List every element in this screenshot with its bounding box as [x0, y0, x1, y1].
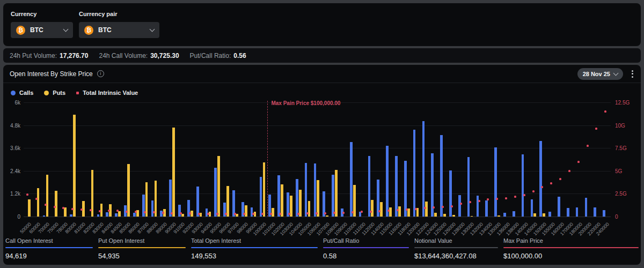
- put-bar: [281, 184, 283, 217]
- intrinsic-value-dot: [243, 213, 245, 215]
- volume-stat-value: 30,725.30: [150, 52, 179, 59]
- call-bar: [449, 170, 452, 217]
- volume-stat-value: 17,276.70: [60, 52, 88, 59]
- intrinsic-value-dot: [216, 213, 218, 215]
- intrinsic-value-dot: [505, 197, 507, 199]
- put-bar: [46, 175, 49, 217]
- y-axis-tick-left: 0: [4, 214, 20, 220]
- call-bar: [178, 205, 181, 217]
- currency-dropdown[interactable]: ₿ BTC: [11, 22, 73, 38]
- currency-value: BTC: [30, 26, 43, 34]
- y-axis-tick-right: 10G: [615, 122, 625, 128]
- summary-stat-label: Total Open Interest: [191, 237, 318, 244]
- btc-icon: ₿: [84, 26, 93, 35]
- put-bar: [398, 206, 401, 217]
- currency-pair-value: BTC: [98, 26, 112, 34]
- intrinsic-value-dot: [568, 170, 570, 172]
- intrinsic-value-dot: [316, 212, 318, 214]
- call-bar: [169, 180, 172, 217]
- call-bar: [477, 196, 479, 217]
- y-axis-tick-left: 6k: [4, 100, 20, 106]
- volume-stat: 24h Call Volume:30,725.30: [99, 52, 179, 59]
- put-bar: [533, 213, 536, 217]
- call-bar: [386, 146, 389, 217]
- summary-stat-label: Max Pain Price: [503, 237, 639, 244]
- summary-stat-value: 0.58: [323, 252, 409, 260]
- currency-label: Currency: [11, 11, 73, 17]
- call-bar: [531, 199, 533, 217]
- put-bar: [55, 191, 57, 217]
- intrinsic-value-dot: [71, 208, 74, 210]
- intrinsic-value-dot: [306, 212, 309, 214]
- intrinsic-value-dot: [550, 182, 552, 184]
- put-bar: [245, 205, 247, 217]
- put-bar: [434, 213, 437, 217]
- intrinsic-value-dot: [342, 212, 345, 214]
- call-bar: [314, 163, 317, 217]
- call-bar: [503, 213, 506, 217]
- call-bar: [494, 147, 497, 217]
- y-axis-tick-right: 5G: [615, 168, 622, 174]
- intrinsic-value-dot: [80, 209, 83, 211]
- call-bar: [485, 200, 488, 217]
- intrinsic-value-dot: [171, 212, 173, 214]
- put-bar: [127, 164, 130, 217]
- put-bar: [263, 162, 266, 217]
- call-bar: [133, 213, 136, 217]
- intrinsic-value-dot: [261, 213, 264, 215]
- currency-pair-dropdown[interactable]: ₿ BTC: [79, 22, 159, 38]
- call-bar: [522, 154, 524, 217]
- put-bar: [425, 202, 428, 217]
- volume-stat-label: Put/Call Ratio:: [190, 52, 231, 59]
- intrinsic-value-dot: [207, 213, 209, 215]
- volume-stat-label: 24h Put Volume:: [10, 52, 57, 59]
- call-bar: [422, 121, 425, 217]
- intrinsic-value-dot: [433, 206, 435, 209]
- intrinsic-value-dot: [144, 211, 146, 213]
- intrinsic-value-dot: [198, 213, 200, 215]
- intrinsic-value-dot: [406, 209, 408, 211]
- max-pain-label: Max Pain Price $100,000.00: [271, 100, 340, 106]
- call-bar: [594, 207, 596, 217]
- call-bar: [106, 212, 108, 217]
- call-bar: [151, 200, 154, 217]
- put-bar: [118, 211, 121, 217]
- call-bar: [440, 135, 443, 217]
- put-bar: [471, 216, 473, 217]
- intrinsic-value-dot: [252, 213, 254, 215]
- intrinsic-value-dot: [180, 212, 182, 214]
- intrinsic-value-dot: [352, 211, 354, 213]
- put-bar: [371, 200, 374, 217]
- volume-stat: 24h Put Volume:17,276.70: [10, 52, 88, 59]
- strike-price-chart: 001.2k2.5G2.4k5G3.6k7.5G4.8k10G6k12.5G50…: [3, 65, 641, 265]
- chevron-down-icon: [150, 27, 155, 32]
- put-bar: [326, 215, 328, 217]
- summary-stat-underline: [98, 247, 186, 248]
- grid-line: [24, 125, 611, 126]
- summary-stat-max-pain-price: Max Pain Price$100,000.00: [503, 237, 639, 260]
- intrinsic-value-dot: [99, 210, 101, 212]
- put-bar: [443, 214, 446, 217]
- put-bar: [335, 170, 338, 217]
- call-bar: [458, 195, 461, 217]
- y-axis-tick-left: 4.8k: [4, 122, 20, 128]
- call-bar: [115, 213, 118, 217]
- intrinsic-value-dot: [496, 198, 498, 200]
- intrinsic-value-dot: [153, 211, 155, 213]
- volume-stat-value: 0.56: [233, 52, 246, 59]
- put-bar: [380, 202, 383, 217]
- call-bar: [513, 211, 515, 217]
- call-bar: [539, 141, 542, 217]
- call-bar: [576, 207, 579, 217]
- summary-stat-value: 149,553: [191, 252, 318, 260]
- put-bar: [272, 208, 274, 217]
- call-bar: [260, 177, 262, 217]
- summary-stat-label: Call Open Interest: [5, 237, 93, 244]
- summary-stat-underline: [323, 247, 409, 248]
- summary-stat-underline: [5, 247, 93, 248]
- intrinsic-value-dot: [587, 145, 589, 147]
- currency-pair-label: Currency pair: [79, 11, 159, 17]
- call-bar: [395, 156, 398, 217]
- call-bar: [368, 156, 371, 217]
- currency-filter: Currency ₿ BTC: [11, 11, 73, 38]
